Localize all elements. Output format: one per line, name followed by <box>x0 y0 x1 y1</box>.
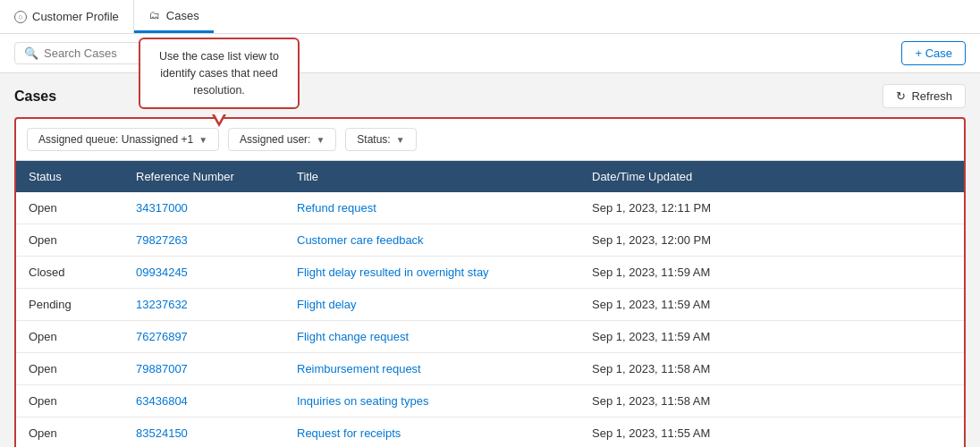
cell-date: Sep 1, 2023, 11:58 AM <box>579 385 758 417</box>
cell-date: Sep 1, 2023, 12:11 PM <box>579 192 758 224</box>
cell-ref[interactable]: 34317000 <box>123 192 284 224</box>
cell-title[interactable]: Flight change request <box>284 321 579 353</box>
col-header-ref: Reference Number <box>123 161 284 192</box>
cell-ref[interactable]: 76276897 <box>123 321 284 353</box>
ref-link[interactable]: 13237632 <box>136 298 188 311</box>
table-row: Open76276897Flight change requestSep 1, … <box>16 321 964 353</box>
chevron-down-icon-3: ▼ <box>396 135 405 145</box>
cell-extra <box>758 385 964 417</box>
refresh-button[interactable]: ↻ Refresh <box>883 84 966 108</box>
main-content: Cases ↻ Refresh Assigned queue: Unassign… <box>0 73 980 447</box>
ref-link[interactable]: 83524150 <box>136 426 188 440</box>
chevron-down-icon: ▼ <box>199 135 207 145</box>
cell-date: Sep 1, 2023, 11:59 AM <box>579 289 758 321</box>
cell-status: Closed <box>16 257 123 289</box>
col-header-title: Title <box>284 161 579 192</box>
cell-title[interactable]: Reimbursement request <box>284 353 579 385</box>
search-icon: 🔍 <box>24 46 38 60</box>
tooltip-callout: Use the case list view to identify cases… <box>139 38 300 109</box>
cell-status: Open <box>16 192 123 224</box>
title-link[interactable]: Flight delay <box>297 298 356 311</box>
table-row: Open34317000Refund requestSep 1, 2023, 1… <box>16 192 964 224</box>
cases-table: Status Reference Number Title Date/Time … <box>16 161 964 447</box>
add-case-label: + Case <box>915 46 952 60</box>
table-row: Open79887007Reimbursement requestSep 1, … <box>16 353 964 385</box>
cell-extra <box>758 257 964 289</box>
cell-date: Sep 1, 2023, 11:55 AM <box>579 417 758 448</box>
title-link[interactable]: Request for receipts <box>297 426 401 440</box>
cell-date: Sep 1, 2023, 11:59 AM <box>579 321 758 353</box>
table-row: Open83524150Request for receiptsSep 1, 2… <box>16 417 964 448</box>
cases-tab[interactable]: 🗂 Cases <box>134 0 214 33</box>
cell-ref[interactable]: 13237632 <box>123 289 284 321</box>
table-row: Open79827263Customer care feedbackSep 1,… <box>16 224 964 257</box>
ref-link[interactable]: 79887007 <box>136 362 188 375</box>
title-link[interactable]: Inquiries on seating types <box>297 394 428 408</box>
title-link[interactable]: Flight change request <box>297 330 409 343</box>
cell-extra <box>758 353 964 385</box>
refresh-icon: ↻ <box>896 89 906 103</box>
cell-title[interactable]: Refund request <box>284 192 579 224</box>
ref-link[interactable]: 76276897 <box>136 330 188 343</box>
cell-title[interactable]: Inquiries on seating types <box>284 385 579 417</box>
search-row: 🔍 Use the case list view to identify cas… <box>0 34 980 73</box>
cell-title[interactable]: Request for receipts <box>284 417 579 448</box>
cell-ref[interactable]: 79887007 <box>123 353 284 385</box>
col-header-extra <box>758 161 964 192</box>
cases-container: Assigned queue: Unassigned +1 ▼ Assigned… <box>14 117 966 447</box>
search-input[interactable] <box>44 46 151 60</box>
filter-user-label: Assigned user: <box>240 133 310 146</box>
cell-extra <box>758 224 964 257</box>
cell-status: Open <box>16 321 123 353</box>
refresh-label: Refresh <box>911 89 952 103</box>
ref-link[interactable]: 79827263 <box>136 233 188 247</box>
filter-assigned-user[interactable]: Assigned user: ▼ <box>228 128 336 151</box>
ref-link[interactable]: 09934245 <box>136 266 188 279</box>
filter-row: Assigned queue: Unassigned +1 ▼ Assigned… <box>16 119 964 161</box>
cell-extra <box>758 289 964 321</box>
cell-title[interactable]: Customer care feedback <box>284 224 579 257</box>
cell-date: Sep 1, 2023, 11:59 AM <box>579 257 758 289</box>
cell-status: Open <box>16 385 123 417</box>
customer-profile-label: Customer Profile <box>32 10 119 23</box>
search-box[interactable]: 🔍 <box>14 42 157 64</box>
title-link[interactable]: Refund request <box>297 201 376 215</box>
user-icon: ○ <box>14 11 27 23</box>
filter-status[interactable]: Status: ▼ <box>345 128 416 151</box>
cell-date: Sep 1, 2023, 11:58 AM <box>579 353 758 385</box>
cell-ref[interactable]: 83524150 <box>123 417 284 448</box>
cell-extra <box>758 417 964 448</box>
cell-ref[interactable]: 63436804 <box>123 385 284 417</box>
tooltip-text: Use the case list view to identify cases… <box>159 50 279 97</box>
filter-status-label: Status: <box>357 133 390 146</box>
filter-queue-label: Assigned queue: Unassigned +1 <box>38 133 193 146</box>
cell-title[interactable]: Flight delay resulted in overnight stay <box>284 257 579 289</box>
cell-status: Pending <box>16 289 123 321</box>
cell-date: Sep 1, 2023, 12:00 PM <box>579 224 758 257</box>
table-row: Pending13237632Flight delaySep 1, 2023, … <box>16 289 964 321</box>
tooltip-arrow-inner <box>214 113 224 122</box>
top-nav: ○ Customer Profile 🗂 Cases <box>0 0 980 34</box>
add-case-button[interactable]: + Case <box>901 41 966 65</box>
title-link[interactable]: Reimbursement request <box>297 362 421 375</box>
cases-tab-label: Cases <box>166 9 199 22</box>
cell-ref[interactable]: 09934245 <box>123 257 284 289</box>
cell-status: Open <box>16 417 123 448</box>
customer-profile-tab[interactable]: ○ Customer Profile <box>0 0 134 33</box>
cell-status: Open <box>16 353 123 385</box>
cases-icon: 🗂 <box>148 9 161 21</box>
col-header-date: Date/Time Updated <box>579 161 758 192</box>
table-row: Open63436804Inquiries on seating typesSe… <box>16 385 964 417</box>
cell-status: Open <box>16 224 123 257</box>
cell-title[interactable]: Flight delay <box>284 289 579 321</box>
cell-ref[interactable]: 79827263 <box>123 224 284 257</box>
title-link[interactable]: Customer care feedback <box>297 233 424 247</box>
title-link[interactable]: Flight delay resulted in overnight stay <box>297 266 489 279</box>
ref-link[interactable]: 63436804 <box>136 394 188 408</box>
cell-extra <box>758 192 964 224</box>
col-header-status: Status <box>16 161 123 192</box>
chevron-down-icon-2: ▼ <box>316 135 325 145</box>
filter-assigned-queue[interactable]: Assigned queue: Unassigned +1 ▼ <box>27 128 219 151</box>
cell-extra <box>758 321 964 353</box>
ref-link[interactable]: 34317000 <box>136 201 188 215</box>
